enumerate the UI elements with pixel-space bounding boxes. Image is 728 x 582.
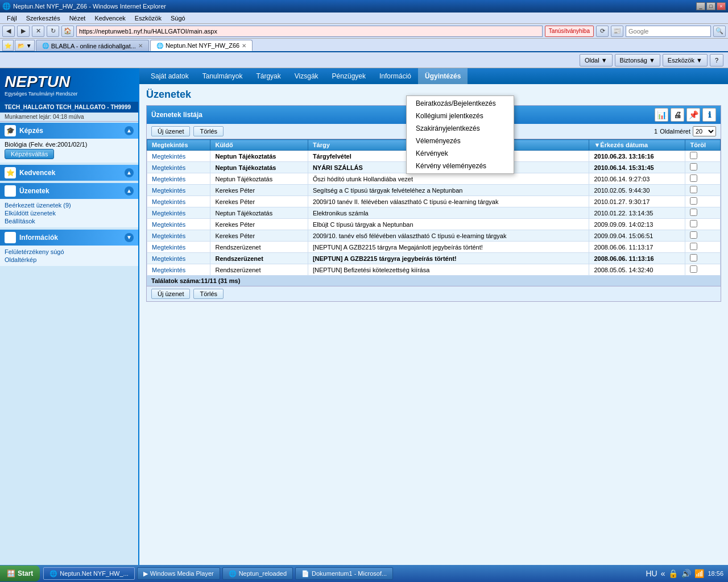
menu-help[interactable]: Súgó	[166, 14, 190, 23]
start-button[interactable]: 🪟 Start	[0, 566, 40, 581]
view-link[interactable]: Megtekintés	[152, 187, 185, 194]
delete-checkbox[interactable]	[690, 152, 697, 159]
delete-cell[interactable]	[685, 173, 721, 185]
delete-cell[interactable]	[685, 151, 721, 162]
address-input[interactable]	[76, 26, 543, 37]
search-button[interactable]: 🔍	[713, 26, 726, 37]
close-button[interactable]: ×	[717, 2, 726, 10]
minimize-button[interactable]: _	[696, 2, 705, 10]
nav-informacio[interactable]: Információ	[373, 68, 418, 84]
taskbar-mediaplayer[interactable]: ▶ Windows Media Player	[137, 567, 220, 580]
view-link[interactable]: Megtekintés	[152, 198, 185, 205]
delete-cell[interactable]	[685, 242, 721, 253]
refresh-button[interactable]: ↻	[47, 26, 59, 37]
tray-lang[interactable]: HU	[646, 569, 657, 578]
view-link[interactable]: Megtekintés	[152, 210, 185, 217]
dropdown-velemeneyzes[interactable]: Véleményezés	[407, 135, 514, 147]
delete-checkbox[interactable]	[690, 231, 697, 239]
dropdown-szakirany[interactable]: Szakirányjelentkezés	[407, 122, 514, 135]
menu-edit[interactable]: Szerkesztés	[22, 14, 65, 23]
view-link[interactable]: Megtekintés	[152, 221, 185, 228]
menu-view[interactable]: Nézet	[65, 14, 90, 23]
help-tool-btn[interactable]: ?	[710, 54, 723, 66]
tab-neptun-close[interactable]: ✕	[242, 43, 246, 49]
delete-cell[interactable]	[685, 162, 721, 173]
back-button[interactable]: ◀	[2, 26, 15, 37]
col-date[interactable]: ▼Érkezés dátuma	[589, 140, 685, 151]
view-link[interactable]: Megtekintés	[152, 255, 185, 262]
tools-tool-btn[interactable]: Eszközök ▼	[663, 54, 708, 66]
forward-button[interactable]: ▶	[17, 26, 30, 37]
beallitasok-link[interactable]: Beállítások	[5, 217, 134, 225]
security-tool-btn[interactable]: Biztonság ▼	[615, 54, 660, 66]
delete-cell[interactable]	[685, 185, 721, 196]
menu-favorites[interactable]: Kedvencek	[90, 14, 130, 23]
certificate-warning[interactable]: Tanúsítványhiba	[545, 26, 594, 37]
sugo-link[interactable]: Felületérzékeny súgó	[5, 248, 134, 256]
delete-cell[interactable]	[685, 196, 721, 207]
dropdown-kerveny[interactable]: Kérvények	[407, 147, 514, 160]
dropdown-kollegiumi[interactable]: Kollégiumi jelentkezés	[407, 110, 514, 122]
kedvencek-expand-btn[interactable]: ▲	[125, 168, 134, 177]
delete-checkbox[interactable]	[690, 163, 697, 171]
menu-file[interactable]: Fájl	[2, 14, 22, 23]
delete-cell[interactable]	[685, 264, 721, 276]
nav-vizsgak[interactable]: Vizsgák	[288, 68, 325, 84]
search-input[interactable]	[626, 26, 711, 37]
delete-button[interactable]: Törlés	[193, 126, 224, 136]
taskbar-document[interactable]: 📄 Dokumentum1 - Microsof...	[295, 567, 393, 580]
pin-btn[interactable]: 📌	[686, 108, 700, 122]
delete-cell[interactable]	[685, 219, 721, 230]
page-size-select[interactable]: 20 50 100	[693, 126, 716, 136]
nav-tanulmanyok[interactable]: Tanulmányok	[196, 68, 250, 84]
add-tab-button[interactable]: 📂 ▼	[15, 40, 35, 51]
new-message-button[interactable]: Új üzenet	[151, 126, 190, 136]
delete-checkbox[interactable]	[690, 174, 697, 182]
view-link[interactable]: Megtekintés	[152, 153, 185, 160]
delete-checkbox[interactable]	[690, 254, 697, 261]
view-link[interactable]: Megtekintés	[152, 232, 185, 239]
informaciok-expand-btn[interactable]: ▼	[125, 233, 134, 242]
rss-btn[interactable]: 📰	[611, 26, 623, 37]
nav-targyak[interactable]: Tárgyak	[249, 68, 287, 84]
refresh-btn-2[interactable]: ⟳	[596, 26, 609, 37]
tray-network-2[interactable]: 📶	[694, 569, 704, 578]
delete-cell[interactable]	[685, 207, 721, 219]
maximize-button[interactable]: □	[706, 2, 715, 10]
nav-ugyintezis[interactable]: Ügyintézés	[418, 68, 468, 84]
delete-checkbox[interactable]	[690, 220, 697, 227]
delete-cell[interactable]	[685, 253, 721, 264]
delete-checkbox[interactable]	[690, 197, 697, 205]
sidebar-section-informaciok-header[interactable]: ℹ Információk ▼	[0, 230, 138, 246]
view-link[interactable]: Megtekintés	[152, 244, 185, 251]
delete-cell[interactable]	[685, 230, 721, 242]
delete-checkbox[interactable]	[690, 243, 697, 250]
tray-network[interactable]: 🔒	[668, 569, 678, 578]
view-link[interactable]: Megtekintés	[152, 164, 185, 171]
sidebar-section-uzenetek-header[interactable]: ✉ Üzenetek ▲	[0, 183, 138, 199]
taskbar-neptun[interactable]: 🌐 Neptun.Net NYF_HW_...	[43, 567, 134, 580]
nav-penzugyek[interactable]: Pénzügyek	[325, 68, 373, 84]
stop-button[interactable]: ✕	[32, 26, 44, 37]
tab-blabla-close[interactable]: ✕	[138, 43, 143, 49]
info-btn[interactable]: ℹ	[702, 108, 716, 122]
tab-blabla[interactable]: 🌐 BLABLA - online rádiohallgat... ✕	[36, 40, 149, 51]
kepzes-expand-btn[interactable]: ▲	[125, 126, 134, 135]
export-excel-btn[interactable]: 📊	[655, 108, 668, 122]
nav-sajat-adatok[interactable]: Saját adatok	[144, 68, 196, 84]
print-btn[interactable]: 🖨	[671, 108, 684, 122]
oldalterkep-link[interactable]: Oldaltérkép	[5, 256, 134, 264]
uzenetek-expand-btn[interactable]: ▲	[125, 186, 134, 196]
elkulkott-uzenetek-link[interactable]: Elküldött üzenetek	[5, 209, 134, 217]
home-button[interactable]: 🏠	[61, 26, 74, 37]
favorites-button[interactable]: ⭐	[2, 40, 14, 51]
tray-volume[interactable]: 🔊	[681, 569, 691, 578]
taskbar-neptun-reloaded[interactable]: 🌐 Neptun_reloaded	[222, 567, 293, 580]
kepzesvaltas-button[interactable]: Képzésváltás	[5, 149, 54, 159]
beerkezett-uzenetek-link[interactable]: Beérkezett üzenetek (9)	[5, 201, 134, 209]
view-link[interactable]: Megtekintés	[152, 176, 185, 182]
page-tool-btn[interactable]: Oldal ▼	[580, 54, 613, 66]
dropdown-kerveny-velemenyes[interactable]: Kérvény véleményezés	[407, 160, 514, 172]
bottom-delete-button[interactable]: Törlés	[193, 289, 224, 299]
delete-checkbox[interactable]	[690, 186, 697, 193]
